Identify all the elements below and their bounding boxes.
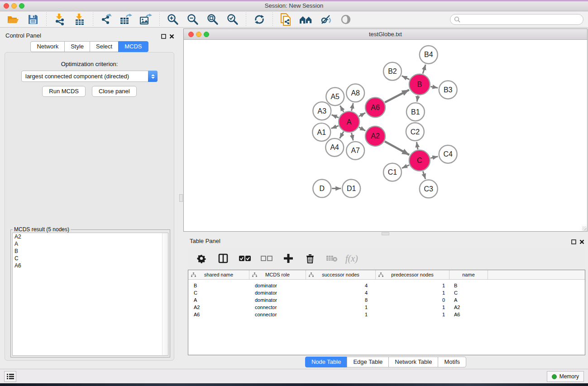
graph-node-D[interactable]: D xyxy=(313,180,331,198)
graph-node-B4[interactable]: B4 xyxy=(420,46,438,64)
graph-node-label: A4 xyxy=(330,143,339,151)
graph-node-C4[interactable]: C4 xyxy=(439,145,457,163)
run-mcds-button[interactable]: Run MCDS xyxy=(42,86,86,97)
column-header-MCDS-role[interactable]: MCDS role xyxy=(249,270,306,279)
close-table-panel-icon[interactable] xyxy=(579,238,584,246)
float-table-panel-icon[interactable] xyxy=(571,238,576,246)
table-row[interactable]: A6connector11A6 xyxy=(188,311,585,318)
graph-edge-B-B4[interactable] xyxy=(423,65,425,74)
graph-edge-A-A6[interactable] xyxy=(359,113,365,116)
tab-edge-table[interactable]: Edge Table xyxy=(347,357,389,367)
table-row[interactable]: Adominator80A xyxy=(188,296,585,304)
home-layout-icon[interactable] xyxy=(299,13,313,26)
graph-node-A4[interactable]: A4 xyxy=(325,138,344,157)
graph-edge-A-A5[interactable] xyxy=(340,105,344,112)
graph-edge-A6-B[interactable] xyxy=(385,90,409,102)
graph-edge-A-A8[interactable] xyxy=(352,103,354,111)
table-row[interactable]: Cdominator41C xyxy=(188,289,585,296)
trash-icon[interactable] xyxy=(304,252,316,265)
copy-network-icon[interactable] xyxy=(279,13,293,26)
zoom-selected-icon[interactable] xyxy=(226,13,239,26)
graph-edge-C-C2[interactable] xyxy=(416,142,418,149)
graph-node-A5[interactable]: A5 xyxy=(326,88,344,106)
close-panel-button[interactable]: Close panel xyxy=(92,86,137,97)
memory-button[interactable]: Memory xyxy=(547,371,584,382)
graph-node-B3[interactable]: B3 xyxy=(439,81,457,99)
graph-edge-A2-C[interactable] xyxy=(385,142,409,155)
graph-edge-A-A4[interactable] xyxy=(339,132,343,138)
refresh-icon[interactable] xyxy=(253,13,266,26)
graph-edge-C-C1[interactable] xyxy=(402,165,409,168)
column-header-predecessor-nodes[interactable]: predecessor nodes xyxy=(376,270,449,279)
graph-node-A6[interactable]: A6 xyxy=(365,97,385,117)
graph-edge-B-B1[interactable] xyxy=(417,95,418,101)
tab-style[interactable]: Style xyxy=(64,41,90,52)
tab-node-table[interactable]: Node Table xyxy=(305,357,348,367)
save-session-icon[interactable] xyxy=(26,13,40,26)
zoom-fit-icon[interactable] xyxy=(206,13,220,26)
tab-mcds[interactable]: MCDS xyxy=(118,41,148,52)
open-session-icon[interactable] xyxy=(6,13,20,26)
list-icon[interactable] xyxy=(4,371,16,382)
graph-edge-A-A7[interactable] xyxy=(352,133,354,140)
graph-node-B[interactable]: B xyxy=(409,74,430,95)
column-header-name[interactable]: name xyxy=(449,270,488,279)
hide-glasses-icon[interactable] xyxy=(319,13,333,26)
graph-edge-C-C3[interactable] xyxy=(423,171,425,179)
graph-node-D1[interactable]: D1 xyxy=(342,180,360,198)
mcds-result-item[interactable]: A6 xyxy=(13,262,168,269)
graph-node-C[interactable]: C xyxy=(409,150,430,171)
column-header-successor-nodes[interactable]: successor nodes xyxy=(306,270,376,279)
select-all-icon[interactable] xyxy=(239,252,251,265)
export-network-icon[interactable] xyxy=(100,13,113,26)
columns-icon[interactable] xyxy=(217,252,229,265)
network-window-titlebar[interactable]: testGlobe.txt xyxy=(184,29,587,40)
scrollbar-track[interactable] xyxy=(162,233,168,355)
graph-node-B2[interactable]: B2 xyxy=(383,62,402,81)
table-row[interactable]: Bdominator41B xyxy=(188,282,585,289)
graph-node-C2[interactable]: C2 xyxy=(406,123,424,141)
tab-network-table[interactable]: Network Table xyxy=(388,357,438,367)
zoom-out-icon[interactable] xyxy=(186,13,200,26)
graph-edge-B-B2[interactable] xyxy=(402,76,410,80)
gear-icon[interactable] xyxy=(195,252,208,265)
graph-node-A8[interactable]: A8 xyxy=(346,84,364,102)
export-table-icon[interactable] xyxy=(120,13,133,26)
close-panel-icon[interactable] xyxy=(169,33,174,41)
graph-edge-A-A1[interactable] xyxy=(331,126,339,129)
search-input[interactable] xyxy=(460,15,583,24)
window-resize-grip[interactable] xyxy=(582,226,587,231)
import-table-icon[interactable] xyxy=(73,13,86,26)
graph-node-B1[interactable]: B1 xyxy=(406,103,425,121)
export-image-icon[interactable] xyxy=(139,13,153,26)
zoom-in-icon[interactable] xyxy=(166,13,180,26)
tab-motifs[interactable]: Motifs xyxy=(438,357,466,367)
mcds-result-item[interactable]: A xyxy=(13,240,168,248)
graph-node-A3[interactable]: A3 xyxy=(313,102,331,120)
column-header-shared-name[interactable]: shared name xyxy=(188,270,249,279)
table-row[interactable]: A2connector11A2 xyxy=(188,304,585,311)
graph-node-C3[interactable]: C3 xyxy=(420,180,438,198)
add-icon[interactable] xyxy=(282,252,295,265)
graph-edge-C-C4[interactable] xyxy=(430,157,438,158)
graph-node-A1[interactable]: A1 xyxy=(312,123,330,141)
mcds-result-item[interactable]: C xyxy=(13,255,168,262)
graph-edge-B-B3[interactable] xyxy=(430,86,438,88)
network-canvas[interactable]: ABCA2A6A1A3A4A5A7A8B1B2B3B4C1C2C3C4DD1 xyxy=(185,40,586,230)
graph-edge-A-A3[interactable] xyxy=(332,115,339,118)
graph-edge-A-A2[interactable] xyxy=(359,127,365,131)
import-network-icon[interactable] xyxy=(53,13,67,26)
mcds-result-item[interactable]: A2 xyxy=(13,233,168,240)
tab-select[interactable]: Select xyxy=(90,41,119,52)
criterion-select[interactable]: largest connected component (directed) xyxy=(21,71,158,82)
splitter-grip-vertical[interactable] xyxy=(179,194,183,202)
optimization-criterion-label: Optimization criterion: xyxy=(5,61,174,67)
graph-node-A2[interactable]: A2 xyxy=(365,126,385,146)
mcds-result-item[interactable]: B xyxy=(13,248,168,255)
graph-node-A[interactable]: A xyxy=(339,111,359,132)
graph-node-A7[interactable]: A7 xyxy=(346,142,364,160)
graph-node-C1[interactable]: C1 xyxy=(383,163,402,181)
tab-network[interactable]: Network xyxy=(30,41,65,52)
deselect-all-icon[interactable] xyxy=(260,252,273,265)
float-panel-icon[interactable] xyxy=(161,33,166,41)
